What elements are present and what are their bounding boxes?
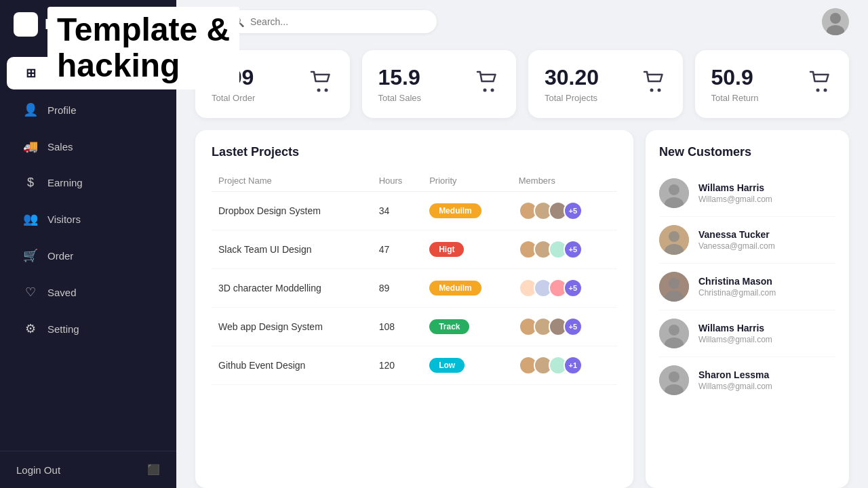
stat-cart-icon [308,68,334,100]
stat-value: 9.99 [212,65,255,90]
sidebar-item-order[interactable]: 🛒 Order [7,239,170,272]
priority-badge: Track [429,319,469,334]
search-bar: 🔍 [220,10,437,33]
hamburger-icon[interactable]: ☰ [195,13,209,30]
stat-cart-icon [641,68,667,100]
customer-avatar [659,272,689,302]
table-row: Slack Team UI Design 47 Higt +5 [212,230,617,269]
priority-badge: Higt [429,242,464,257]
sidebar-item-earning[interactable]: $ Earning [7,167,170,199]
svg-point-3 [317,88,320,92]
search-icon: 🔍 [232,16,245,28]
customer-email: Willams@gmail.com [698,195,772,204]
customer-item: Willams Harris Willams@gmail.com [659,170,835,217]
sales-icon: 🚚 [23,139,38,154]
sidebar-nav: ⊞ Dashboard 👤 Profile 🚚 Sales $ Earning … [0,49,176,451]
project-name: Slack Team UI Design [212,230,372,269]
project-priority: Meduilm [422,269,512,308]
member-count: +5 [564,279,583,298]
stat-card-total-projects: 30.20 Total Projects [528,50,683,118]
sidebar-logo-text: Dashboard [45,16,123,33]
customer-info: Christina Mason Christina@gmail.com [698,276,776,298]
customer-name: Sharon Lessma [698,369,772,380]
table-col-header: Project Name [212,170,372,192]
header-left: ☰ 🔍 [195,10,437,33]
order-icon: 🛒 [23,248,38,263]
header: ☰ 🔍 [176,0,868,43]
customer-item: Vanessa Tucker Vanessa@gmail.com [659,217,835,264]
sidebar-logout-icon: ⬛ [147,464,160,476]
svg-point-21 [669,325,679,336]
svg-point-5 [484,88,487,92]
sidebar-item-dashboard[interactable]: ⊞ Dashboard [7,57,170,89]
visitors-icon: 👥 [23,211,38,226]
project-priority: Meduilm [422,192,512,230]
search-input[interactable] [250,16,413,27]
members-cell: +1 [519,356,610,375]
sidebar-logout-label: Login Out [16,464,60,476]
project-hours: 34 [372,192,422,230]
project-hours: 108 [372,308,422,346]
stat-cart-icon [474,68,500,100]
member-count: +5 [564,317,583,336]
members-cell: +5 [519,201,610,220]
projects-panel: Lastet Projects Project NameHoursPriorit… [195,130,633,488]
member-count: +5 [564,201,583,220]
project-priority: Low [422,346,512,385]
customer-avatar [659,319,689,348]
table-row: Github Event Design 120 Low +1 [212,346,617,385]
project-members: +1 [512,346,617,385]
svg-point-4 [324,88,328,92]
customer-email: Vanessa@gmail.com [698,241,775,251]
project-members: +5 [512,308,617,346]
project-priority: Higt [422,230,512,269]
project-members: +5 [512,230,617,269]
svg-point-18 [669,278,679,289]
sidebar-item-label: Dashboard [47,68,100,79]
svg-point-24 [669,371,679,382]
sidebar-item-label: Sales [47,141,73,152]
customer-email: Willams@gmail.com [698,335,772,344]
stat-card-left: 30.20 Total Projects [545,65,599,103]
project-name: Github Event Design [212,346,372,385]
sidebar-item-saved[interactable]: ♡ Saved [7,276,170,308]
member-count: +1 [564,356,583,375]
stat-card-left: 50.9 Total Return [711,65,759,103]
table-col-header: Hours [372,170,422,192]
sidebar-item-visitors[interactable]: 👥 Visitors [7,203,170,235]
projects-table: Project NameHoursPriorityMembers Dropbox… [212,170,617,385]
svg-point-9 [816,88,820,92]
customer-avatar [659,225,689,255]
user-avatar[interactable] [822,8,849,35]
table-row: Dropbox Design System 34 Meduilm +5 [212,192,617,230]
sidebar-logout[interactable]: Login Out ⬛ [0,451,176,488]
sidebar-item-label: Visitors [47,214,81,225]
members-cell: +5 [519,240,610,259]
content-row: Lastet Projects Project NameHoursPriorit… [176,130,868,488]
sidebar-item-setting[interactable]: ⚙ Setting [7,312,170,345]
project-members: +5 [512,192,617,230]
priority-badge: Low [429,358,465,373]
project-name: Web app Design System [212,308,372,346]
priority-badge: Meduilm [429,281,481,296]
profile-icon: 👤 [23,102,38,117]
sidebar-item-profile[interactable]: 👤 Profile [7,94,170,126]
svg-point-10 [824,88,827,92]
project-priority: Track [422,308,512,346]
customer-info: Willams Harris Willams@gmail.com [698,182,772,204]
table-row: Web app Design System 108 Track +5 [212,308,617,346]
table-col-header: Members [512,170,617,192]
main-content: ☰ 🔍 9.99 Total Order 15.9 Total Sales [176,0,868,488]
sidebar-logo: Dashboard [0,0,176,49]
customer-avatar [659,365,689,395]
svg-point-1 [830,13,841,24]
customer-item: Sharon Lessma Willams@gmail.com [659,357,835,403]
project-members: +5 [512,269,617,308]
members-cell: +5 [519,279,610,298]
stat-value: 50.9 [711,65,759,90]
dashboard-icon: ⊞ [23,66,38,81]
stat-card-total-order: 9.99 Total Order [195,50,350,118]
sidebar: Dashboard ⊞ Dashboard 👤 Profile 🚚 Sales … [0,0,176,488]
earning-icon: $ [23,176,38,190]
sidebar-item-sales[interactable]: 🚚 Sales [7,130,170,163]
